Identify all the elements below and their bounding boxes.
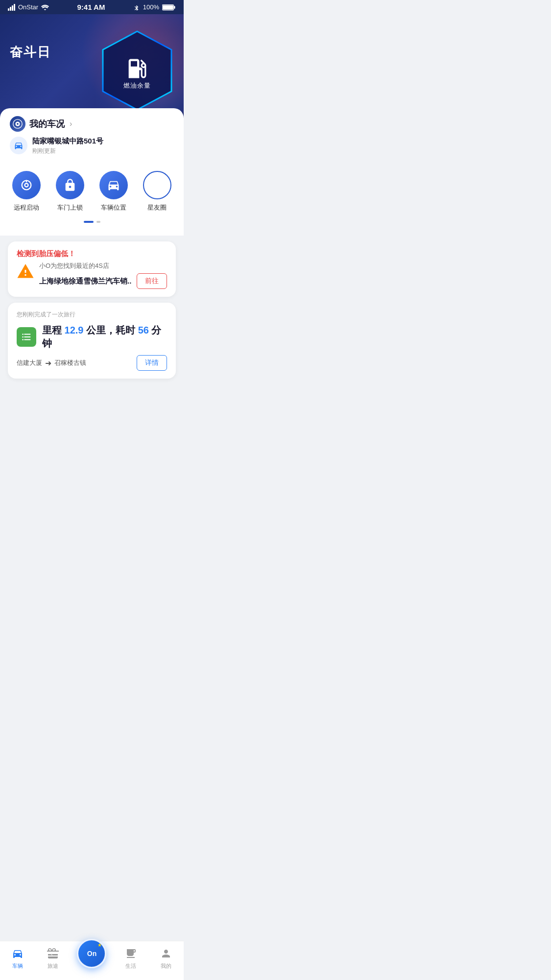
svg-rect-1 [163, 5, 173, 9]
door-lock-icon [63, 178, 77, 192]
location-updated: 刚刚更新 [32, 147, 103, 155]
dot-1 [84, 221, 94, 223]
bluetooth-icon [133, 4, 140, 10]
alert-action-button[interactable]: 前往 [137, 273, 167, 289]
chevron-right-icon: › [70, 120, 72, 128]
signal-bars [8, 4, 15, 11]
car-status-row[interactable]: 我的车况 › [10, 116, 174, 132]
trip-distance-label: 里程 [42, 325, 62, 335]
svg-point-6 [17, 123, 19, 125]
alert-shop-name: 上海绿地徐通雪佛兰汽车销.. [39, 277, 131, 286]
carrier-label: OnStar [18, 3, 38, 11]
svg-rect-7 [26, 180, 27, 183]
battery-icon [162, 4, 176, 11]
location-icon-wrap [10, 137, 27, 154]
dot-2 [96, 221, 100, 223]
page-title: 奋斗日 [10, 44, 51, 61]
pagination-dots [0, 217, 184, 231]
trip-route-icon [21, 332, 32, 342]
car-location-label: 车辆位置 [101, 203, 126, 212]
door-lock-icon-wrap [56, 171, 84, 199]
trip-arrow-icon: ➜ [45, 359, 51, 368]
fuel-indicator[interactable]: 燃油余量 [100, 29, 174, 112]
trip-route-row: 信建大厦 ➜ 召稼楼古镇 详情 [17, 355, 167, 371]
brand-logo [10, 116, 25, 132]
trip-to: 召稼楼古镇 [54, 359, 86, 367]
alert-icon-wrap [17, 263, 34, 282]
status-right: 100% [133, 3, 176, 11]
trip-card: 您刚刚完成了一次旅行 里程 12.9 公里，耗时 56 分钟 信建大厦 ➜ 召稼… [8, 303, 176, 379]
car-status-card: 我的车况 › 陆家嘴银城中路501号 刚刚更新 [0, 108, 184, 161]
bottom-spacer [8, 384, 176, 429]
trip-route: 信建大厦 ➜ 召稼楼古镇 [17, 359, 86, 368]
trip-main-row: 里程 12.9 公里，耗时 56 分钟 [17, 324, 167, 350]
location-row: 陆家嘴银城中路501号 刚刚更新 [10, 137, 174, 155]
car-location-icon [14, 141, 24, 150]
trip-distance-unit: 公里，耗时 [86, 325, 135, 335]
remote-start-label: 远程启动 [14, 203, 39, 212]
status-left: OnStar [8, 3, 49, 11]
trip-icon-wrap [17, 327, 36, 347]
trip-subtitle: 您刚刚完成了一次旅行 [17, 311, 167, 319]
star-circle-icon-wrap [143, 171, 171, 199]
alert-card: 检测到胎压偏低！ 小O为您找到最近的4S店 上海绿地徐通雪佛兰汽车销.. 前往 [8, 241, 176, 297]
action-star-circle[interactable]: 星友圈 [143, 171, 171, 212]
trip-distance-value: 12.9 [65, 325, 84, 335]
car-loc-icon [107, 178, 120, 192]
action-remote-start[interactable]: 远程启动 [12, 171, 41, 212]
content-area: 远程启动 车门上锁 车辆位置 星友圈 [0, 161, 184, 236]
battery-label: 100% [143, 3, 159, 11]
door-lock-label: 车门上锁 [57, 203, 83, 212]
wifi-icon [41, 4, 49, 10]
status-bar: OnStar 9:41 AM 100% [0, 0, 184, 14]
trip-from: 信建大厦 [17, 359, 42, 367]
car-location-icon-wrap [99, 171, 128, 199]
action-door-lock[interactable]: 车门上锁 [56, 171, 84, 212]
alert-shop-row: 上海绿地徐通雪佛兰汽车销.. 前往 [39, 273, 167, 289]
car-status-label: 我的车况 [29, 118, 65, 130]
remote-start-icon [20, 178, 33, 192]
trip-detail-button[interactable]: 详情 [137, 355, 167, 371]
status-time: 9:41 AM [77, 3, 105, 11]
star-circle-label: 星友圈 [147, 203, 167, 212]
hero-section: 奋斗日 燃油余量 [0, 14, 184, 161]
fuel-label: 燃油余量 [123, 81, 151, 90]
svg-rect-2 [174, 6, 175, 9]
trip-stats: 里程 12.9 公里，耗时 56 分钟 [42, 324, 167, 350]
quick-actions: 远程启动 车门上锁 车辆位置 星友圈 [0, 161, 184, 217]
alert-title: 检测到胎压偏低！ [17, 249, 167, 259]
alert-body: 小O为您找到最近的4S店 上海绿地徐通雪佛兰汽车销.. 前往 [17, 262, 167, 289]
star-circle-icon [150, 178, 164, 192]
fuel-pump-icon [124, 56, 150, 81]
trip-duration-value: 56 [138, 325, 149, 335]
warning-triangle-icon [17, 263, 34, 280]
cards-container: 检测到胎压偏低！ 小O为您找到最近的4S店 上海绿地徐通雪佛兰汽车销.. 前往 … [0, 236, 184, 429]
location-address: 陆家嘴银城中路501号 [32, 137, 103, 146]
action-car-location[interactable]: 车辆位置 [99, 171, 128, 212]
remote-start-icon-wrap [12, 171, 41, 199]
alert-subtitle: 小O为您找到最近的4S店 [39, 262, 167, 270]
